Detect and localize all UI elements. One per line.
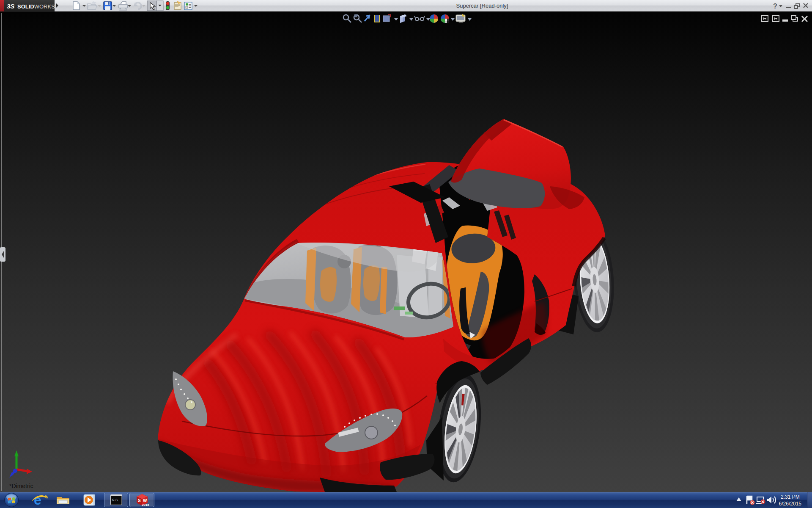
svg-text:*Dimetric: *Dimetric xyxy=(9,483,33,489)
svg-text:e: e xyxy=(34,492,41,508)
svg-text:C:\_: C:\_ xyxy=(112,498,120,502)
svg-text:W: W xyxy=(143,498,147,503)
svg-text:2015: 2015 xyxy=(142,503,149,507)
svg-text:S: S xyxy=(138,498,141,503)
svg-text:?: ? xyxy=(773,3,777,10)
